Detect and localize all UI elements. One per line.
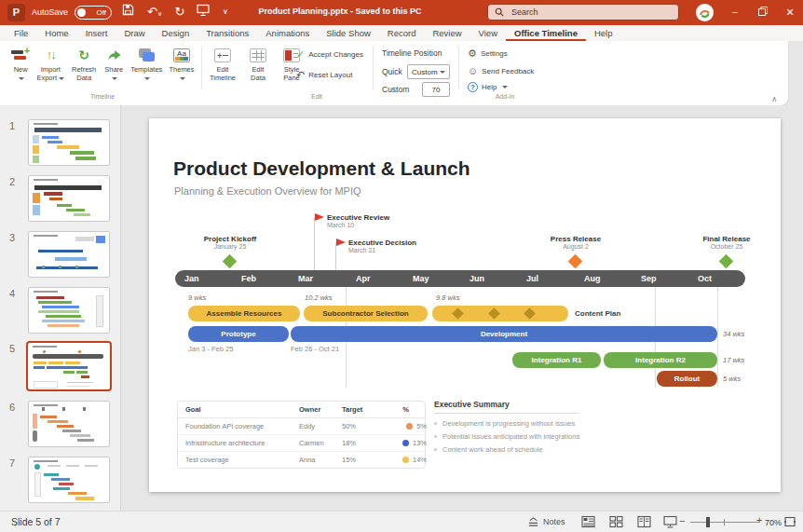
tab-view[interactable]: View (470, 26, 506, 41)
tab-review[interactable]: Review (424, 26, 470, 41)
reset-layout-button[interactable]: ↶ Reset Layout (296, 69, 363, 81)
slide-thumbnail-6[interactable] (28, 401, 110, 447)
check-icon: ✓ (296, 48, 305, 61)
save-icon[interactable] (118, 4, 137, 20)
tab-insert[interactable]: Insert (77, 26, 116, 41)
tab-record[interactable]: Record (379, 26, 425, 41)
task-bar-assemble-resources[interactable]: Assemble Resources (188, 306, 300, 321)
zoom-out-button[interactable]: − (679, 515, 685, 526)
month-label: Apr (356, 274, 371, 283)
send-feedback-button[interactable]: ☺ Send Feedback (468, 65, 534, 76)
slide-thumbnail-panel: 1 2 (0, 105, 121, 511)
task-bar-subcontractor-selection[interactable]: Subcontractor Selection (304, 306, 428, 321)
themes-button[interactable]: Aa Themes (166, 46, 197, 82)
custom-label: Custom (382, 85, 409, 94)
group-divider (373, 47, 374, 89)
goals-table[interactable]: Goal Owner Target % Foundation API cover… (177, 401, 426, 469)
autosave-toggle[interactable]: Off (75, 6, 112, 20)
executive-summary-title: Executive Summary (434, 400, 510, 409)
milestone-flag-icon[interactable] (315, 213, 324, 221)
redo-icon[interactable]: ↻ (170, 4, 189, 20)
minimize-button[interactable]: − (722, 0, 748, 25)
new-button[interactable]: + New (7, 46, 34, 82)
slide-thumbnail-3[interactable] (28, 231, 110, 278)
accept-changes-button[interactable]: ✓ Accept Changes (296, 48, 363, 61)
slideshow-view-button[interactable] (663, 515, 678, 528)
slide-5-canvas[interactable]: Product Development & Launch Planning & … (149, 118, 781, 492)
reading-view-button[interactable] (637, 515, 652, 528)
status-dot (402, 440, 409, 446)
app-icon[interactable]: P (7, 4, 25, 21)
month-label: Jul (526, 274, 538, 283)
tab-draw[interactable]: Draw (116, 26, 153, 41)
tab-slide-show[interactable]: Slide Show (318, 26, 379, 41)
tab-design[interactable]: Design (154, 26, 198, 41)
search-input[interactable] (510, 7, 672, 18)
share-button[interactable]: Share (101, 46, 127, 82)
close-button[interactable]: ✕ (777, 0, 803, 25)
import-export-button[interactable]: ↑↓ Import Export (34, 46, 67, 82)
content-plan-label: Content Plan (575, 309, 620, 318)
milestone-flag-icon[interactable] (336, 239, 346, 246)
slide-thumbnail-7[interactable] (28, 457, 110, 503)
milestone-final-release[interactable]: Final Release October 25 (671, 235, 783, 250)
milestone-diamond-green[interactable] (223, 254, 238, 269)
help-button[interactable]: ? Help (468, 82, 534, 92)
tab-home[interactable]: Home (36, 26, 76, 41)
autosave-knob (77, 8, 86, 17)
milestone-project-kickoff[interactable]: Project Kickoff January 25 (174, 235, 286, 250)
milestone-press-release[interactable]: Press Release August 2 (520, 235, 632, 250)
slide-title[interactable]: Product Development & Launch (173, 157, 470, 180)
slide-thumbnail-1[interactable] (28, 119, 110, 166)
restore-button[interactable] (750, 0, 776, 25)
zoom-in-button[interactable]: + (756, 514, 762, 525)
zoom-slider-track[interactable] (690, 522, 759, 523)
tab-office-timeline[interactable]: Office Timeline (506, 26, 586, 41)
task-bar-integration-r2[interactable]: Integration R2 (604, 352, 717, 368)
milestone-diamond-orange[interactable] (568, 254, 583, 269)
slide-thumbnail-4[interactable] (28, 287, 110, 334)
tab-transitions[interactable]: Transitions (197, 26, 257, 41)
notes-button[interactable]: Notes (527, 516, 565, 527)
task-bar-rollout[interactable]: Rollout (657, 371, 717, 387)
thumbnail-number: 4 (9, 288, 15, 299)
milestone-executive-review[interactable]: Executive Review March 10 (327, 213, 389, 228)
toolbar-options-chevron-icon[interactable]: ∨ (216, 4, 235, 20)
zoom-level[interactable]: 70% (765, 518, 782, 527)
thumbnail-number: 6 (9, 402, 15, 413)
tab-help[interactable]: Help (586, 26, 621, 41)
fit-slide-to-window-button[interactable] (783, 515, 798, 528)
task-bar-integration-r1[interactable]: Integration R1 (512, 352, 601, 368)
account-avatar[interactable] (696, 4, 714, 21)
templates-button[interactable]: Templates (127, 46, 166, 82)
search-bar[interactable] (487, 4, 679, 20)
edit-data-button[interactable]: Edit Data (244, 46, 272, 82)
smiley-icon: ☺ (468, 65, 478, 76)
quick-label: Quick (382, 67, 402, 76)
zoom-slider-thumb[interactable] (706, 517, 710, 527)
slide-sorter-view-button[interactable] (609, 515, 624, 528)
task-dates-label: Feb 26 - Oct 21 (291, 345, 339, 353)
tab-file[interactable]: File (6, 26, 36, 41)
milestone-executive-decision[interactable]: Executive Decision March 21 (348, 239, 416, 253)
tab-animations[interactable]: Animations (257, 26, 318, 41)
undo-icon[interactable]: ↶∨ (143, 4, 167, 20)
refresh-data-button[interactable]: ↻ Refresh Data (67, 46, 101, 82)
slide-thumbnail-2[interactable] (28, 175, 110, 222)
collapse-ribbon-chevron-icon[interactable]: ∧ (771, 95, 777, 103)
quick-position-select[interactable]: Custom (407, 64, 450, 79)
month-label: Feb (241, 274, 256, 283)
slide-subtitle[interactable]: Planning & Execution Overview for MPIQ (174, 185, 361, 197)
task-bar-development[interactable]: Development (291, 326, 717, 342)
task-bar-prototype[interactable]: Prototype (188, 326, 289, 342)
month-label: Aug (584, 274, 601, 283)
milestone-diamond-green[interactable] (719, 254, 734, 269)
themes-icon: Aa (173, 46, 190, 64)
custom-position-input[interactable] (422, 82, 450, 97)
start-slideshow-icon[interactable] (194, 4, 212, 20)
settings-button[interactable]: ⚙ Settings (468, 48, 534, 60)
timeline-band[interactable]: Jan Feb Mar Apr May Jun Jul Aug Sep Oct (175, 270, 745, 287)
normal-view-button[interactable] (581, 515, 596, 528)
slide-thumbnail-5[interactable] (26, 341, 112, 391)
edit-timeline-button[interactable]: + Edit Timeline (207, 46, 238, 82)
